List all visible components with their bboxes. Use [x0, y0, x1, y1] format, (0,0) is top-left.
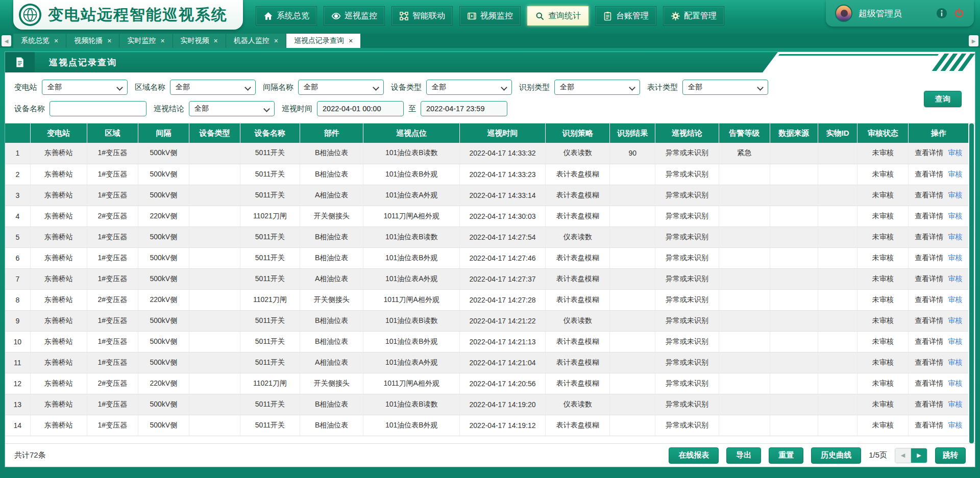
close-icon[interactable]: × [160, 37, 164, 44]
tab-video-carousel[interactable]: 视频轮播 × [66, 34, 119, 48]
cell-point: 1011刀闸A相外观 [363, 289, 460, 310]
tab-robot-monitor[interactable]: 机器人监控 × [226, 34, 286, 48]
cell-data-source [770, 310, 818, 331]
cell-physical-id [818, 206, 857, 227]
nav-system-overview[interactable]: 系统总览 [256, 6, 317, 26]
device-type-select[interactable]: 全部 [426, 80, 512, 95]
nav-config-management[interactable]: 配置管理 [663, 6, 724, 26]
audit-link[interactable]: 审核 [948, 170, 962, 178]
cell-alarm-level [719, 394, 770, 415]
cell-alarm-level [719, 268, 770, 289]
tab-realtime-video[interactable]: 实时视频 × [173, 34, 226, 48]
cell-audit-status: 未审核 [857, 206, 909, 227]
app-window: 变电站远程智能巡视系统 系统总览 巡视监控 [0, 0, 980, 478]
cell-alarm-level [719, 352, 770, 373]
col-point: 巡视点位 [363, 123, 460, 143]
cell-conclusion: 异常或未识别 [655, 227, 719, 247]
recognition-type-select[interactable]: 全部 [554, 80, 640, 95]
view-detail-link[interactable]: 查看详情 [915, 254, 943, 262]
audit-link[interactable]: 审核 [948, 274, 962, 283]
nav-inspection-monitor[interactable]: 巡视监控 [324, 6, 385, 26]
audit-link[interactable]: 审核 [948, 295, 962, 304]
audit-link[interactable]: 审核 [948, 212, 962, 220]
search-button[interactable]: 查询 [924, 91, 962, 107]
prev-page-icon[interactable]: ◀ [895, 448, 911, 463]
device-name-input[interactable] [50, 101, 146, 116]
cell-actions: 查看详情审核 [909, 352, 968, 373]
jump-button[interactable]: 跳转 [935, 447, 966, 464]
view-detail-link[interactable]: 查看详情 [915, 295, 943, 304]
close-icon[interactable]: × [54, 37, 58, 44]
tab-scroll-right-icon[interactable]: ▶ [969, 35, 978, 46]
view-detail-link[interactable]: 查看详情 [915, 274, 943, 283]
time-from-input[interactable]: 2022-04-01 00:00 [317, 101, 404, 116]
tab-label: 视频轮播 [74, 36, 103, 45]
cell-alarm-level [719, 164, 770, 185]
close-icon[interactable]: × [349, 37, 353, 44]
view-detail-link[interactable]: 查看详情 [915, 212, 943, 220]
audit-link[interactable]: 审核 [948, 337, 962, 345]
view-detail-link[interactable]: 查看详情 [915, 358, 943, 366]
view-detail-link[interactable]: 查看详情 [915, 316, 943, 324]
tab-scroll-left-icon[interactable]: ◀ [2, 35, 11, 46]
view-detail-link[interactable]: 查看详情 [915, 191, 943, 199]
audit-link[interactable]: 审核 [948, 191, 962, 199]
online-report-button[interactable]: 在线报表 [669, 447, 719, 464]
history-curve-button[interactable]: 历史曲线 [811, 447, 861, 464]
col-device-name: 设备名称 [240, 123, 300, 143]
tab-inspection-record-query[interactable]: 巡视点记录查询 × [286, 34, 361, 48]
view-detail-link[interactable]: 查看详情 [915, 379, 943, 387]
nav-video-monitor[interactable]: 视频监控 [459, 6, 521, 26]
audit-link[interactable]: 审核 [948, 400, 962, 408]
conclusion-select[interactable]: 全部 [189, 101, 275, 116]
view-detail-link[interactable]: 查看详情 [915, 337, 943, 345]
cell-data-source [770, 415, 818, 436]
meter-type-select[interactable]: 全部 [682, 80, 768, 95]
view-detail-link[interactable]: 查看详情 [915, 233, 943, 241]
audit-link[interactable]: 审核 [948, 233, 962, 241]
filter-label: 间隔名称 [263, 83, 293, 92]
cell-part: 开关侧接头 [300, 206, 363, 227]
area-name-select[interactable]: 全部 [170, 80, 256, 95]
cell-time: 2022-04-17 14:33:23 [460, 164, 546, 185]
cell-device-type [189, 143, 240, 164]
nav-query-statistics[interactable]: 查询统计 [527, 6, 589, 26]
time-to-input[interactable]: 2022-04-17 23:59 [421, 101, 507, 116]
nav-ledger-management[interactable]: 台账管理 [595, 6, 656, 26]
tab-system-overview[interactable]: 系统总览 × [13, 34, 66, 48]
cell-index: 10 [5, 331, 30, 352]
cell-data-source [770, 143, 818, 164]
view-detail-link[interactable]: 查看详情 [915, 421, 943, 429]
export-button[interactable]: 导出 [726, 447, 761, 464]
scrollbar-thumb[interactable] [969, 123, 974, 443]
audit-link[interactable]: 审核 [948, 358, 962, 366]
audit-link[interactable]: 审核 [948, 254, 962, 262]
audit-link[interactable]: 审核 [948, 316, 962, 324]
view-detail-link[interactable]: 查看详情 [915, 148, 943, 157]
close-icon[interactable]: × [214, 37, 218, 44]
nav-smart-linkage[interactable]: 智能联动 [391, 6, 453, 26]
audit-link[interactable]: 审核 [948, 421, 962, 429]
bay-name-select[interactable]: 全部 [298, 80, 384, 95]
next-page-icon[interactable]: ▶ [911, 448, 927, 463]
audit-link[interactable]: 审核 [948, 379, 962, 387]
substation-select[interactable]: 全部 [42, 80, 128, 95]
filter-label: 变电站 [14, 83, 37, 92]
col-station: 变电站 [30, 123, 87, 143]
view-detail-link[interactable]: 查看详情 [915, 170, 943, 178]
tab-realtime-monitor[interactable]: 实时监控 × [119, 34, 173, 48]
user-avatar[interactable] [835, 5, 852, 22]
audit-link[interactable]: 审核 [948, 148, 962, 157]
cell-time: 2022-04-17 14:27:28 [460, 289, 546, 310]
user-name: 超级管理员 [859, 8, 930, 19]
close-icon[interactable]: × [107, 37, 111, 44]
records-table: 变电站 区域 间隔 设备类型 设备名称 部件 巡视点位 巡视时间 识别策略 识别… [5, 123, 968, 436]
info-icon[interactable] [936, 8, 947, 19]
power-icon[interactable] [953, 8, 965, 19]
tab-label: 系统总览 [21, 36, 50, 45]
close-icon[interactable]: × [274, 37, 278, 44]
table-scrollbar[interactable] [969, 123, 974, 443]
view-detail-link[interactable]: 查看详情 [915, 400, 943, 408]
reset-button[interactable]: 重置 [769, 447, 803, 464]
cell-part: B相油位表 [300, 415, 363, 436]
